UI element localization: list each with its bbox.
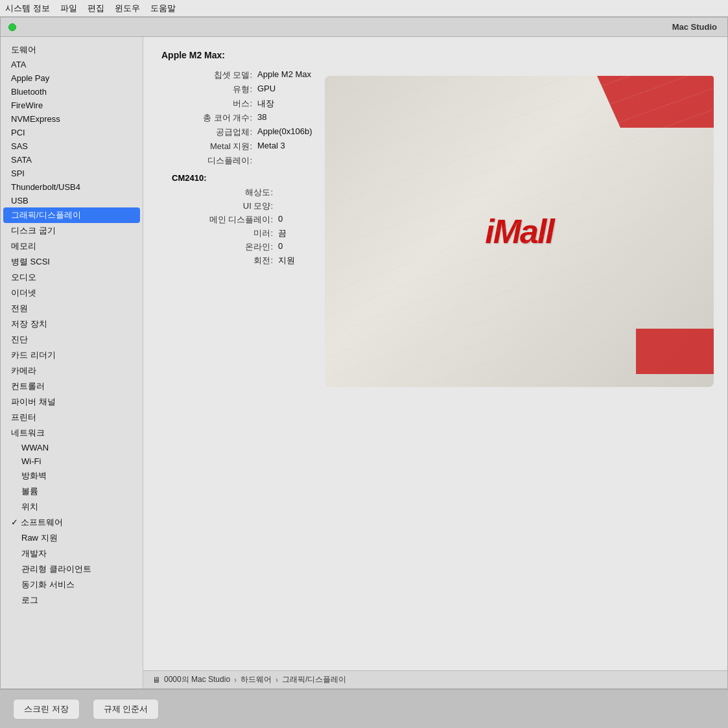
overlay-image: iMall <box>325 76 714 387</box>
sidebar-item-37[interactable]: 로그 <box>1 593 143 608</box>
sidebar-item-0[interactable]: 도웨어 <box>1 42 143 58</box>
breadcrumb-hardware: 하드웨어 <box>241 674 272 685</box>
title-bar: Mac Studio <box>1 18 727 37</box>
info-label-0: 칩셋 모델: <box>161 69 252 81</box>
sidebar-item-20[interactable]: 진단 <box>1 332 143 347</box>
sidebar-item-28[interactable]: Wi-Fi <box>1 454 143 468</box>
sidebar: 도웨어ATAApple PayBluetoothFireWireNVMExpre… <box>1 37 143 688</box>
sidebar-item-23[interactable]: 컨트롤러 <box>1 379 143 394</box>
breadcrumb: 🖥 0000의 Mac Studio › 하드웨어 › 그래픽/디스플레이 <box>152 674 346 685</box>
info-label-2: 버스: <box>161 98 252 110</box>
sidebar-item-21[interactable]: 카드 리더기 <box>1 347 143 363</box>
sidebar-item-5[interactable]: NVMExpress <box>1 112 143 126</box>
sidebar-item-10[interactable]: Thunderbolt/USB4 <box>1 180 143 194</box>
breadcrumb-icon: 🖥 <box>152 675 160 685</box>
sidebar-item-18[interactable]: 전원 <box>1 301 143 316</box>
menu-help[interactable]: 도움말 <box>150 3 176 14</box>
menu-bar: 시스템 정보 파일 편집 윈도우 도움말 <box>0 0 728 17</box>
sidebar-item-6[interactable]: PCI <box>1 126 143 139</box>
sub-info-label-3: 미러: <box>182 228 273 239</box>
sidebar-item-34[interactable]: 개발자 <box>1 546 143 561</box>
sidebar-item-30[interactable]: 볼륨 <box>1 484 143 499</box>
sub-info-label-1: UI 모양: <box>182 200 273 212</box>
sidebar-item-26[interactable]: 네트워크 <box>1 425 143 441</box>
info-label-3: 총 코어 개수: <box>161 112 252 124</box>
main-content: Apple M2 Max: 칩셋 모델:Apple M2 Max유형:GPU버스… <box>143 37 727 688</box>
sidebar-item-33[interactable]: Raw 지원 <box>1 530 143 546</box>
main-window: Mac Studio 도웨어ATAApple PayBluetoothFireW… <box>0 17 728 689</box>
close-icon[interactable] <box>8 23 16 31</box>
sidebar-item-27[interactable]: WWAN <box>1 441 143 454</box>
sidebar-item-1[interactable]: ATA <box>1 58 143 71</box>
sidebar-item-11[interactable]: USB <box>1 194 143 207</box>
sub-info-label-5: 회전: <box>182 255 273 266</box>
sub-info-label-2: 메인 디스플레이: <box>182 214 273 226</box>
sidebar-item-2[interactable]: Apple Pay <box>1 71 143 85</box>
sidebar-item-36[interactable]: 동기화 서비스 <box>1 577 143 593</box>
sidebar-item-3[interactable]: Bluetooth <box>1 85 143 99</box>
menu-system-info[interactable]: 시스템 정보 <box>5 3 50 14</box>
sidebar-item-19[interactable]: 저장 장치 <box>1 316 143 332</box>
section-title: Apple M2 Max: <box>161 50 709 60</box>
window-title: Mac Studio <box>672 22 717 32</box>
sidebar-item-7[interactable]: SAS <box>1 139 143 153</box>
window-body: 도웨어ATAApple PayBluetoothFireWireNVMExpre… <box>1 37 727 688</box>
menu-edit[interactable]: 편집 <box>88 3 104 14</box>
menu-file[interactable]: 파일 <box>60 3 77 14</box>
sidebar-item-35[interactable]: 관리형 클라이언트 <box>1 561 143 577</box>
sidebar-item-24[interactable]: 파이버 채널 <box>1 394 143 410</box>
info-label-5: Metal 지원: <box>161 141 252 152</box>
save-screen-button[interactable]: 스크린 저장 <box>13 699 80 720</box>
sidebar-item-14[interactable]: 메모리 <box>1 239 143 254</box>
breadcrumb-sep2: › <box>276 675 278 685</box>
sidebar-item-13[interactable]: 디스크 굽기 <box>1 223 143 239</box>
sidebar-item-29[interactable]: 방화벽 <box>1 468 143 484</box>
sidebar-item-22[interactable]: 카메라 <box>1 363 143 379</box>
breadcrumb-mac: 0000의 Mac Studio <box>164 674 230 685</box>
info-label-6: 디스플레이: <box>161 155 252 167</box>
menu-window[interactable]: 윈도우 <box>115 3 140 14</box>
sidebar-item-31[interactable]: 위치 <box>1 499 143 515</box>
sidebar-item-4[interactable]: FireWire <box>1 99 143 112</box>
sidebar-item-15[interactable]: 병렬 SCSI <box>1 254 143 270</box>
info-label-4: 공급업체: <box>161 126 252 138</box>
bag-bottom-red-accent <box>636 329 714 374</box>
taskbar: 스크린 저장 규제 인준서 <box>0 689 728 728</box>
sub-info-label-0: 해상도: <box>182 187 273 198</box>
sub-info-label-4: 온라인: <box>182 241 273 253</box>
sidebar-item-12[interactable]: 그래픽/디스플레이 <box>3 207 140 223</box>
sidebar-item-32[interactable]: ✓ 소프트웨어 <box>1 515 143 530</box>
breadcrumb-section: 그래픽/디스플레이 <box>282 674 346 685</box>
imall-bag: iMall <box>325 76 714 387</box>
breadcrumb-sep1: › <box>234 675 237 685</box>
info-label-1: 유형: <box>161 84 252 95</box>
sidebar-item-8[interactable]: SATA <box>1 153 143 167</box>
bag-top-red-accent <box>597 76 714 128</box>
sidebar-item-9[interactable]: SPI <box>1 167 143 180</box>
traffic-lights <box>8 23 16 31</box>
sidebar-item-16[interactable]: 오디오 <box>1 270 143 285</box>
imall-logo: iMall <box>485 212 554 251</box>
status-bar: 🖥 0000의 Mac Studio › 하드웨어 › 그래픽/디스플레이 <box>143 670 727 688</box>
sidebar-item-25[interactable]: 프린터 <box>1 410 143 425</box>
sidebar-item-17[interactable]: 이더넷 <box>1 285 143 301</box>
regulation-button[interactable]: 규제 인준서 <box>93 699 159 720</box>
